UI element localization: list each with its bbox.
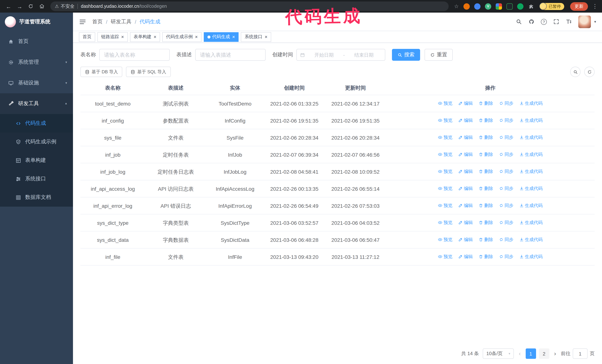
table-desc-input[interactable]: [195, 49, 266, 61]
preview-link[interactable]: 预览: [438, 184, 452, 193]
generate-code-link[interactable]: 生成代码: [519, 218, 543, 227]
preview-link[interactable]: 预览: [438, 236, 452, 244]
puzzle-extensions-icon[interactable]: [528, 3, 534, 10]
generate-code-link[interactable]: 生成代码: [519, 116, 543, 125]
edit-link[interactable]: 编辑: [458, 236, 473, 244]
sync-link[interactable]: 同步: [499, 218, 514, 227]
edit-link[interactable]: 编辑: [458, 218, 473, 227]
hamburger-icon[interactable]: [79, 18, 86, 25]
view-tab[interactable]: 首页: [79, 32, 95, 42]
import-sql-button[interactable]: 基于 SQL 导入: [126, 67, 171, 77]
security-status[interactable]: ⚠ 不安全: [55, 3, 75, 10]
delete-link[interactable]: 删除: [479, 201, 493, 210]
import-db-button[interactable]: 基于 DB 导入: [80, 67, 122, 77]
update-button[interactable]: 更新: [570, 2, 588, 10]
user-avatar[interactable]: [578, 15, 591, 28]
edit-link[interactable]: 编辑: [458, 150, 473, 158]
refresh-table-button[interactable]: [584, 67, 595, 77]
back-button[interactable]: ←: [4, 1, 13, 11]
edit-link[interactable]: 编辑: [458, 252, 473, 261]
view-tab[interactable]: 系统接口 ×: [241, 32, 271, 42]
font-size-icon[interactable]: [566, 19, 572, 25]
toggle-search-button[interactable]: [570, 67, 580, 77]
breadcrumb-item[interactable]: 研发工具: [111, 18, 131, 25]
edit-link[interactable]: 编辑: [458, 167, 473, 176]
generate-code-link[interactable]: 生成代码: [519, 252, 543, 261]
screenshot-extension-icon[interactable]: [506, 3, 513, 10]
sync-link[interactable]: 同步: [499, 133, 514, 141]
home-button[interactable]: [37, 1, 47, 11]
sync-link[interactable]: 同步: [499, 150, 514, 158]
fullscreen-icon[interactable]: [553, 19, 559, 25]
sync-link[interactable]: 同步: [499, 99, 514, 107]
delete-link[interactable]: 删除: [479, 184, 493, 193]
delete-link[interactable]: 删除: [479, 167, 493, 176]
delete-link[interactable]: 删除: [479, 218, 493, 227]
breadcrumb-item[interactable]: 首页: [92, 18, 103, 25]
droplet-extension-icon[interactable]: [474, 3, 481, 10]
view-tab[interactable]: 代码生成示例 ×: [162, 32, 201, 42]
page-button-1[interactable]: 1: [526, 348, 536, 359]
sync-link[interactable]: 同步: [499, 252, 514, 261]
search-button[interactable]: 搜索: [392, 49, 420, 61]
sidebar-item-codegen[interactable]: 代码生成: [0, 114, 73, 133]
help-icon[interactable]: ?: [541, 19, 547, 25]
start-date-input[interactable]: [306, 52, 342, 58]
github-icon[interactable]: [528, 19, 535, 25]
page-button-2[interactable]: 2: [539, 348, 549, 359]
generate-code-link[interactable]: 生成代码: [519, 99, 543, 107]
close-icon[interactable]: ×: [232, 34, 235, 39]
prev-page-button[interactable]: ‹: [518, 350, 522, 357]
url-text[interactable]: dashboard.yudao.iocoder.cn/tool/codegen: [81, 4, 167, 9]
generate-code-link[interactable]: 生成代码: [519, 236, 543, 244]
delete-link[interactable]: 删除: [479, 236, 493, 244]
delete-link[interactable]: 删除: [479, 150, 493, 158]
next-page-button[interactable]: ›: [553, 350, 557, 357]
date-range-picker[interactable]: -: [296, 49, 385, 61]
preview-link[interactable]: 预览: [438, 218, 452, 227]
preview-link[interactable]: 预览: [438, 201, 452, 210]
sidebar-item-devtools[interactable]: 研发工具 ▾: [0, 93, 73, 114]
page-size-select[interactable]: 10条/页 ▾: [483, 348, 514, 359]
delete-link[interactable]: 删除: [479, 252, 493, 261]
sync-link[interactable]: 同步: [499, 201, 514, 210]
grid-extension-icon[interactable]: [496, 3, 502, 10]
sync-link[interactable]: 同步: [499, 167, 514, 176]
leaf-extension-icon[interactable]: [517, 3, 524, 10]
generate-code-link[interactable]: 生成代码: [519, 150, 543, 158]
search-icon[interactable]: [516, 19, 522, 25]
close-icon[interactable]: ×: [154, 34, 156, 39]
browser-menu-kebab-icon[interactable]: ⋮: [592, 3, 598, 10]
preview-link[interactable]: 预览: [438, 150, 452, 158]
delete-link[interactable]: 删除: [479, 133, 493, 141]
app-logo[interactable]: 芋道管理系统: [0, 13, 73, 31]
sidebar-item-home[interactable]: 首页: [0, 31, 73, 52]
generate-code-link[interactable]: 生成代码: [519, 201, 543, 210]
edit-link[interactable]: 编辑: [458, 201, 473, 210]
sync-link[interactable]: 同步: [499, 184, 514, 193]
preview-link[interactable]: 预览: [438, 99, 452, 107]
edit-link[interactable]: 编辑: [458, 99, 473, 107]
delete-link[interactable]: 删除: [479, 99, 493, 107]
reload-button[interactable]: [26, 1, 36, 11]
forward-button[interactable]: →: [15, 1, 24, 11]
edit-link[interactable]: 编辑: [458, 116, 473, 125]
generate-code-link[interactable]: 生成代码: [519, 167, 543, 176]
sidebar-item-infra[interactable]: 基础设施 ▾: [0, 73, 73, 93]
preview-link[interactable]: 预览: [438, 252, 452, 261]
vue-devtools-icon[interactable]: V: [485, 3, 491, 10]
generate-code-link[interactable]: 生成代码: [519, 184, 543, 193]
sync-link[interactable]: 同步: [499, 236, 514, 244]
sync-link[interactable]: 同步: [499, 116, 514, 125]
sidebar-item-form-builder[interactable]: 表单构建: [0, 151, 73, 170]
sidebar-item-codegen-example[interactable]: 代码生成示例: [0, 133, 73, 151]
view-tab[interactable]: 表单构建 ×: [130, 32, 160, 42]
end-date-input[interactable]: [346, 52, 382, 58]
table-name-input[interactable]: [99, 49, 170, 61]
sidebar-item-db-doc[interactable]: 数据库文档: [0, 188, 73, 207]
goto-page-input[interactable]: [573, 348, 588, 359]
close-icon[interactable]: ×: [195, 34, 198, 39]
delete-link[interactable]: 删除: [479, 116, 493, 125]
close-icon[interactable]: ×: [121, 34, 124, 39]
generate-code-link[interactable]: 生成代码: [519, 133, 543, 141]
